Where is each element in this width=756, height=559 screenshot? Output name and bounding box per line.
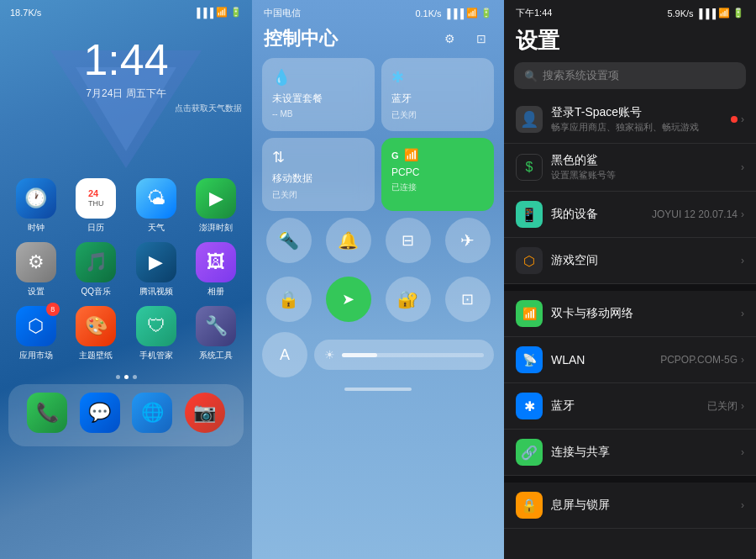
cc-wifi-g-label: G	[391, 150, 399, 161]
settings-lockscreen-right: ›	[741, 499, 744, 511]
settings-lockscreen-content: 息屏与锁屏	[551, 498, 732, 513]
settings-item-dualcard[interactable]: 📶 双卡与移动网络 ›	[504, 291, 756, 337]
settings-bluetooth-icon: ✱	[516, 393, 543, 419]
signal-icon: ▐▐▐	[194, 8, 213, 18]
app-tools-icon: 🔧	[196, 306, 236, 346]
app-appstore[interactable]: 8 ⬡ 应用市场	[12, 306, 60, 361]
settings-item-tspace[interactable]: 👤 登录T-Space账号 畅享应用商店、独家福利、畅玩游戏 ›	[504, 96, 756, 144]
cc-lock-btn[interactable]: 🔒	[266, 277, 312, 322]
settings-gamespace-right: ›	[741, 255, 744, 266]
cc-text-btn[interactable]: A	[262, 332, 307, 377]
wifi-icon: 📶	[216, 7, 228, 18]
settings-item-lockscreen[interactable]: 🔒 息屏与锁屏 ›	[504, 483, 756, 529]
cc-wifi-icon: 📶	[466, 8, 478, 18]
app-qqmusic-label: QQ音乐	[81, 286, 111, 298]
settings-bluetooth-title: 蓝牙	[551, 398, 699, 414]
settings-divider1	[504, 284, 756, 291]
cc-privacy-btn[interactable]: 🔐	[386, 277, 431, 322]
app-gallery[interactable]: 🖼 相册	[192, 242, 241, 298]
app-phonemanager-icon: 🛡	[136, 306, 176, 346]
cc-brightness-fill	[342, 353, 377, 357]
dock-messages-icon: 💬	[80, 393, 120, 433]
settings-dualcard-chevron: ›	[741, 308, 744, 319]
home-status-icons: ▐▐▐ 📶 🔋	[194, 7, 242, 18]
app-qqmusic[interactable]: 🎵 QQ音乐	[72, 242, 121, 298]
dot3	[133, 375, 137, 379]
app-phonemanager-label: 手机管家	[139, 350, 173, 361]
settings-search-bar[interactable]: 🔍 搜索系统设置项	[514, 62, 746, 89]
app-wallpaper-icon: 🎨	[76, 306, 116, 346]
cc-notification-btn[interactable]: 🔔	[326, 218, 371, 263]
cc-airplane-btn[interactable]: ✈	[445, 218, 491, 263]
dock-camera-icon: 📷	[185, 393, 225, 433]
settings-tspace-content: 登录T-Space账号 畅享应用商店、独家福利、畅玩游戏	[551, 105, 722, 134]
app-settings[interactable]: ⚙ 设置	[12, 242, 60, 298]
cc-wifi-name: PCPC	[391, 166, 484, 178]
settings-item-device[interactable]: 📱 我的设备 JOYUI 12 20.07.14 ›	[504, 192, 756, 238]
settings-wifi-icon: 📶	[718, 8, 730, 18]
cc-signal-text: 0.1K/s	[415, 8, 441, 18]
dot2	[124, 375, 129, 379]
cc-flashlight-btn[interactable]: 🔦	[266, 218, 312, 263]
app-notes[interactable]: ▶ 澎湃时刻	[192, 178, 241, 234]
app-clock-label: 时钟	[28, 222, 45, 234]
cc-dataplan-icon: 💧	[272, 68, 291, 87]
dock-browser[interactable]: 🌐	[130, 393, 175, 433]
settings-wlan-content: WLAN	[551, 353, 652, 367]
cc-mobiledata-title: 移动数据	[272, 171, 365, 186]
cc-edit-icon[interactable]: ⊡	[470, 28, 492, 50]
cc-bluetooth-sub: 已关闭	[391, 109, 484, 121]
cc-location-btn[interactable]: ➤	[326, 277, 371, 322]
settings-wlan-icon: 📡	[516, 346, 543, 373]
settings-bluetooth-right: 已关闭 ›	[707, 399, 744, 414]
app-calendar[interactable]: 24THU 日历	[72, 178, 121, 234]
app-weather[interactable]: 🌤 天气	[132, 178, 181, 234]
settings-item-bluetooth[interactable]: ✱ 蓝牙 已关闭 ›	[504, 383, 756, 430]
dock-camera[interactable]: 📷	[183, 393, 228, 433]
cc-scan-btn[interactable]: ⊡	[445, 277, 491, 322]
app-tools[interactable]: 🔧 系统工具	[192, 306, 241, 361]
cc-brightness-icon: ☀	[324, 348, 335, 361]
app-video-icon: ▶	[136, 242, 176, 282]
settings-item-shark[interactable]: $ 黑色的鲨 设置黑鲨账号等 ›	[504, 144, 756, 192]
settings-lockscreen-chevron: ›	[741, 499, 744, 511]
app-phonemanager[interactable]: 🛡 手机管家	[132, 306, 181, 361]
app-clock[interactable]: 🕐 时钟	[12, 178, 60, 234]
app-qqmusic-icon: 🎵	[76, 242, 116, 282]
app-video[interactable]: ▶ 腾讯视频	[132, 242, 181, 298]
cc-tile-mobiledata[interactable]: ⇅ 移动数据 已关闭	[262, 138, 375, 211]
cc-screen-btn[interactable]: ⊟	[386, 218, 431, 263]
settings-gamespace-content: 游戏空间	[551, 253, 732, 268]
settings-search-placeholder: 搜索系统设置项	[543, 68, 619, 83]
settings-shark-chevron: ›	[741, 161, 744, 173]
settings-gamespace-title: 游戏空间	[551, 253, 732, 268]
settings-device-title: 我的设备	[551, 207, 643, 222]
home-time: 1:44	[0, 38, 252, 82]
cc-wifi-sub: 已连接	[391, 182, 484, 193]
cc-tile-dataplan[interactable]: 💧 未设置套餐 -- MB	[262, 58, 375, 131]
app-settings-icon: ⚙	[16, 242, 56, 282]
settings-tspace-title: 登录T-Space账号	[551, 105, 722, 120]
settings-shark-title: 黑色的鲨	[551, 153, 732, 168]
home-apps-row2: ⚙ 设置 🎵 QQ音乐 ▶ 腾讯视频 🖼 相册	[0, 242, 252, 306]
settings-divider2	[504, 476, 756, 483]
settings-item-gamespace[interactable]: ⬡ 游戏空间 ›	[504, 238, 756, 284]
app-appstore-icon: 8 ⬡	[16, 306, 56, 346]
cc-brightness-slider[interactable]: ☀	[314, 340, 494, 370]
cc-tile-wifi[interactable]: G 📶 PCPC 已连接	[381, 138, 494, 211]
dock-messages[interactable]: 💬	[78, 393, 123, 433]
app-notes-label: 澎湃时刻	[199, 222, 233, 234]
dock-phone[interactable]: 📞	[25, 393, 70, 433]
cc-dataplan-sub: -- MB	[272, 109, 365, 119]
settings-item-connection[interactable]: 🔗 连接与共享 ›	[504, 430, 756, 476]
settings-item-wlan[interactable]: 📡 WLAN PCPOP.COM-5G ›	[504, 337, 756, 383]
app-wallpaper-label: 主题壁纸	[79, 350, 113, 361]
home-weather-hint[interactable]: 点击获取天气数据	[0, 103, 252, 114]
cc-carrier: 中国电信	[264, 7, 301, 19]
cc-tile-bluetooth[interactable]: ✱ 蓝牙 已关闭	[381, 58, 494, 131]
cc-mobiledata-icon: ⇅	[272, 148, 285, 166]
settings-bluetooth-value: 已关闭	[707, 399, 738, 414]
home-apps-row3: 8 ⬡ 应用市场 🎨 主题壁纸 🛡 手机管家 🔧 系统工具	[0, 306, 252, 370]
cc-settings-icon[interactable]: ⚙	[438, 28, 460, 50]
app-wallpaper[interactable]: 🎨 主题壁纸	[72, 306, 121, 361]
